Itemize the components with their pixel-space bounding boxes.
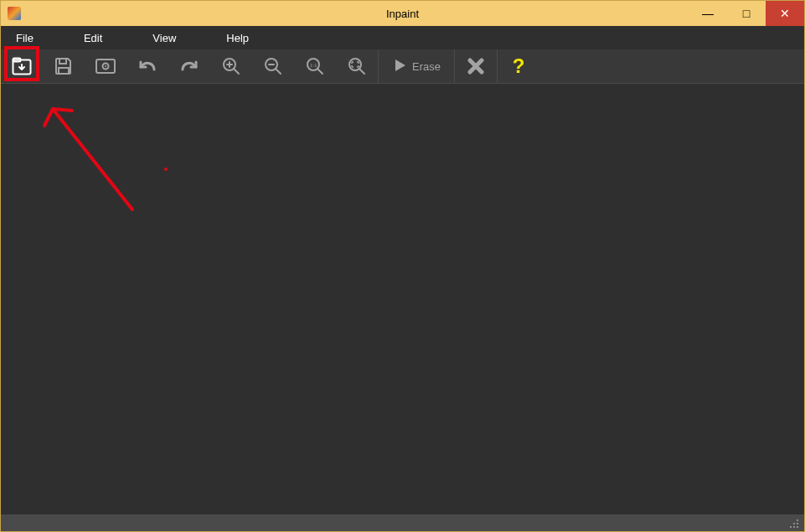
zoom-in-button[interactable] (210, 49, 252, 83)
menu-file[interactable]: File (6, 26, 44, 49)
menu-edit[interactable]: Edit (74, 26, 112, 49)
svg-line-15 (317, 69, 323, 74)
cancel-button[interactable] (455, 49, 497, 83)
redo-button[interactable] (168, 49, 210, 83)
svg-line-12 (276, 69, 281, 74)
help-icon: ? (513, 54, 525, 78)
redo-icon (179, 58, 199, 75)
cancel-icon (467, 58, 484, 75)
svg-point-20 (793, 523, 795, 524)
svg-point-19 (797, 519, 798, 521)
svg-rect-3 (59, 68, 69, 74)
resize-grip-icon[interactable] (787, 517, 799, 529)
open-file-button[interactable] (1, 49, 43, 83)
statusbar (1, 514, 804, 531)
app-window: Inpaint — □ ✕ File Edit View Help (0, 0, 805, 532)
save-icon (54, 57, 73, 75)
undo-icon (137, 58, 157, 75)
zoom-out-button[interactable] (252, 49, 294, 83)
help-button[interactable]: ? (498, 49, 539, 83)
svg-rect-2 (59, 59, 66, 64)
toolbar: 1:1 Erase (1, 49, 804, 84)
minimize-button[interactable]: — (689, 1, 727, 26)
zoom-actual-icon: 1:1 (306, 57, 324, 75)
zoom-fit-button[interactable] (336, 49, 378, 83)
svg-point-21 (797, 523, 798, 524)
svg-line-8 (234, 69, 239, 74)
maximize-button[interactable]: □ (727, 1, 766, 26)
svg-point-22 (790, 526, 792, 528)
window-title: Inpaint (386, 8, 419, 20)
erase-button-label: Erase (412, 60, 441, 73)
menu-view[interactable]: View (142, 26, 186, 49)
open-file-icon (12, 57, 32, 75)
titlebar[interactable]: Inpaint — □ ✕ (1, 1, 804, 26)
play-icon (392, 58, 407, 75)
close-button[interactable]: ✕ (766, 1, 804, 26)
menu-help[interactable]: Help (216, 26, 259, 49)
svg-point-23 (793, 526, 795, 528)
view-original-button[interactable] (85, 49, 126, 83)
undo-button[interactable] (126, 49, 168, 83)
zoom-in-icon (222, 57, 240, 75)
menubar: File Edit View Help (1, 26, 804, 49)
svg-text:1:1: 1:1 (310, 62, 317, 69)
zoom-fit-icon (348, 57, 366, 75)
window-controls: — □ ✕ (689, 1, 804, 26)
zoom-actual-button[interactable]: 1:1 (294, 49, 336, 83)
svg-point-24 (797, 526, 798, 528)
view-original-icon (95, 57, 116, 75)
app-icon (8, 7, 21, 20)
erase-button[interactable]: Erase (379, 49, 454, 83)
svg-line-18 (359, 69, 364, 74)
canvas-area[interactable] (1, 84, 804, 514)
save-button[interactable] (43, 49, 85, 83)
zoom-out-icon (264, 57, 282, 75)
svg-point-6 (105, 65, 106, 67)
